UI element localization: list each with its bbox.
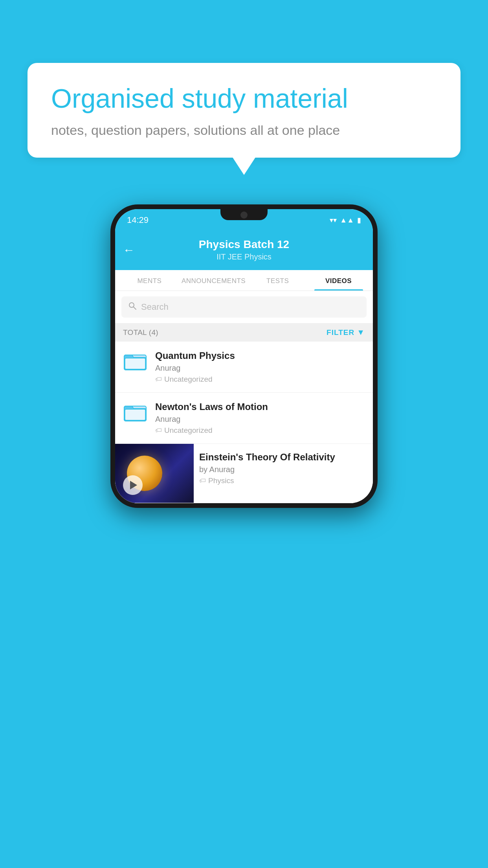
wifi-icon: ▾▾ [330,216,337,224]
video-title: Newton's Laws of Motion [155,401,367,412]
svg-rect-5 [125,409,145,420]
svg-rect-3 [125,358,145,369]
video-tag: 🏷 Uncategorized [155,426,367,435]
video-author: by Anurag [199,465,367,474]
filter-button[interactable]: FILTER ▼ [327,328,365,337]
search-container: Search [115,291,373,323]
back-button[interactable]: ← [123,243,135,257]
video-folder-icon [121,350,149,372]
svg-point-0 [129,303,134,307]
video-list: Quantum Physics Anurag 🏷 Uncategorized [115,342,373,503]
video-tag: 🏷 Uncategorized [155,375,367,384]
filter-bar: TOTAL (4) FILTER ▼ [115,323,373,342]
play-icon [130,481,137,489]
phone-screen: 14:29 ▾▾ ▲▲ ▮ ← Physics Batch 12 IIT JEE… [115,209,373,503]
phone-wrapper: 14:29 ▾▾ ▲▲ ▮ ← Physics Batch 12 IIT JEE… [110,204,378,508]
search-icon [128,301,137,313]
status-time: 14:29 [127,215,149,225]
list-item[interactable]: Newton's Laws of Motion Anurag 🏷 Uncateg… [115,393,373,444]
battery-icon: ▮ [357,216,361,224]
video-folder-icon [121,401,149,423]
list-item[interactable]: Quantum Physics Anurag 🏷 Uncategorized [115,342,373,393]
video-title: Quantum Physics [155,350,367,361]
header-title: Physics Batch 12 [199,238,289,251]
speech-bubble: Organised study material notes, question… [28,63,460,158]
video-title: Einstein's Theory Of Relativity [199,452,367,463]
video-thumbnail [115,444,194,503]
video-info: Newton's Laws of Motion Anurag 🏷 Uncateg… [155,401,367,435]
video-author: Anurag [155,364,367,373]
tab-videos[interactable]: VIDEOS [308,270,369,291]
speech-bubble-subtitle: notes, question papers, solutions all at… [51,123,437,138]
tab-tests[interactable]: TESTS [247,270,308,291]
search-bar[interactable]: Search [121,296,367,318]
video-info: Einstein's Theory Of Relativity by Anura… [194,444,373,493]
svg-line-1 [134,307,136,309]
header-subtitle: IIT JEE Physics [199,252,289,261]
total-count: TOTAL (4) [123,328,158,337]
tag-icon: 🏷 [155,427,162,434]
header-title-group: Physics Batch 12 IIT JEE Physics [199,238,289,261]
video-author: Anurag [155,415,367,424]
tabs-bar: MENTS ANNOUNCEMENTS TESTS VIDEOS [115,270,373,291]
video-info: Quantum Physics Anurag 🏷 Uncategorized [155,350,367,384]
signal-icon: ▲▲ [340,216,354,224]
filter-label: FILTER [327,328,354,337]
phone-camera [240,211,248,219]
tab-announcements[interactable]: ANNOUNCEMENTS [180,270,247,291]
filter-icon: ▼ [357,328,365,337]
app-header: ← Physics Batch 12 IIT JEE Physics [115,231,373,270]
speech-bubble-title: Organised study material [51,83,437,115]
tag-icon: 🏷 [199,477,206,485]
list-item[interactable]: Einstein's Theory Of Relativity by Anura… [115,444,373,503]
phone-outer: 14:29 ▾▾ ▲▲ ▮ ← Physics Batch 12 IIT JEE… [110,204,378,508]
tag-icon: 🏷 [155,375,162,383]
play-button[interactable] [123,475,143,495]
search-placeholder: Search [141,302,169,312]
tab-ments[interactable]: MENTS [119,270,180,291]
status-icons: ▾▾ ▲▲ ▮ [330,216,361,224]
video-tag: 🏷 Physics [199,476,367,485]
